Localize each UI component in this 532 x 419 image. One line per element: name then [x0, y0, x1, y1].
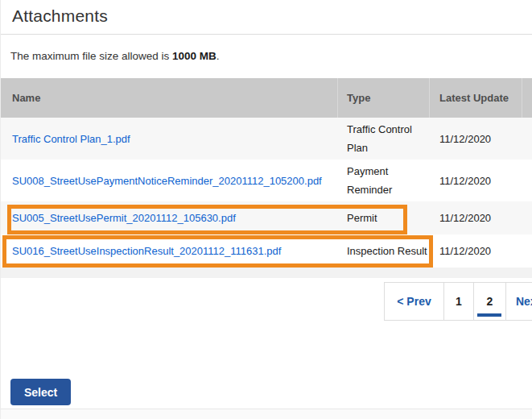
file-name-cell: SU005_StreetUsePermit_20201112_105630.pd…: [12, 201, 330, 234]
file-link[interactable]: Traffic Control Plan_1.pdf: [12, 133, 130, 145]
header-divider: [337, 78, 338, 118]
latest-update-cell: 11/12/2020: [439, 201, 520, 234]
latest-update-cell: 11/12/2020: [439, 234, 520, 268]
page-2-label: 2: [487, 295, 493, 308]
table-row: SU016_StreetUseInspectionResult_20201112…: [1, 234, 532, 268]
attachments-panel: Attachments The maximum file size allowe…: [0, 0, 532, 419]
latest-update-cell: 11/12/2020: [439, 160, 520, 201]
max-file-size-note: The maximum file size allowed is 1000 MB…: [10, 50, 220, 62]
table-bottom-strip: [1, 268, 532, 278]
pagination: < Prev 1 2 Next >: [384, 282, 532, 321]
column-header-type: Type: [347, 78, 423, 118]
file-name-cell: SU008_StreetUsePaymentNoticeReminder_202…: [12, 160, 330, 201]
attachments-table: Name Type Latest Update Traffic Control …: [1, 78, 532, 268]
column-header-name: Name: [12, 78, 326, 118]
table-header-row: Name Type Latest Update: [1, 78, 532, 118]
file-name-cell: SU016_StreetUseInspectionResult_20201112…: [12, 234, 330, 268]
table-row: SU008_StreetUsePaymentNoticeReminder_202…: [1, 160, 532, 201]
header-divider: [429, 78, 430, 118]
file-type-cell: Inspection Result: [347, 234, 427, 268]
file-type-cell: Traffic Control Plan: [347, 118, 427, 160]
file-link[interactable]: SU016_StreetUseInspectionResult_20201112…: [12, 245, 281, 257]
latest-update-cell: 11/12/2020: [439, 118, 520, 160]
page-title: Attachments: [12, 6, 108, 26]
file-link[interactable]: SU008_StreetUsePaymentNoticeReminder_202…: [12, 175, 322, 187]
table-row: SU005_StreetUsePermit_20201112_105630.pd…: [1, 201, 532, 234]
panel-footer-divider: [1, 409, 532, 419]
page-2-button[interactable]: 2: [474, 283, 506, 320]
active-page-indicator: [477, 313, 501, 317]
select-button[interactable]: Select: [10, 379, 71, 405]
header-divider: [522, 78, 522, 118]
note-suffix: .: [217, 50, 220, 62]
note-prefix: The maximum file size allowed is: [10, 50, 172, 62]
next-page-button[interactable]: Next >: [506, 283, 532, 320]
column-header-latest-update: Latest Update: [439, 78, 516, 118]
page-1-button[interactable]: 1: [444, 283, 474, 320]
file-name-cell: Traffic Control Plan_1.pdf: [12, 118, 330, 160]
note-size-value: 1000 MB: [172, 50, 217, 62]
file-type-cell: Payment Reminder: [347, 160, 427, 201]
prev-page-button[interactable]: < Prev: [385, 283, 444, 320]
table-row: Traffic Control Plan_1.pdf Traffic Contr…: [1, 118, 532, 160]
file-type-cell: Permit: [347, 201, 427, 234]
title-bar: Attachments: [1, 0, 532, 35]
file-link[interactable]: SU005_StreetUsePermit_20201112_105630.pd…: [12, 212, 236, 224]
